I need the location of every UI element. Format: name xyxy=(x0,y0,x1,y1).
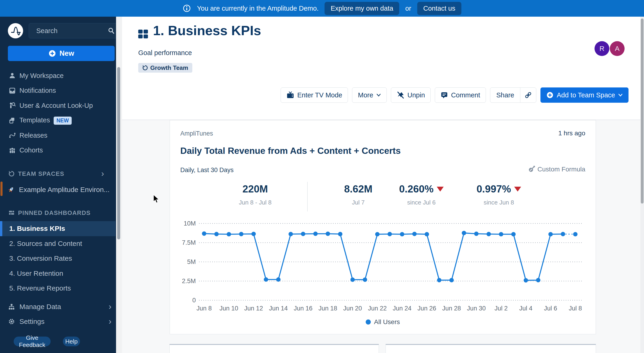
avatar-a[interactable]: A xyxy=(610,41,624,56)
svg-text:Jun 24: Jun 24 xyxy=(393,305,412,312)
dashboard-toolbar: Enter TV Mode More Unpin Comment Share A… xyxy=(280,88,628,103)
team-spaces-header[interactable]: TEAM SPACES › xyxy=(0,166,116,181)
growth-team-label: Growth Team xyxy=(150,64,188,72)
templates-icon xyxy=(8,117,16,124)
sidebar-nav: My Workspace Notifications User & Accoun… xyxy=(0,68,116,158)
chevron-down-icon xyxy=(618,94,623,97)
svg-text:Jun 20: Jun 20 xyxy=(343,305,362,312)
next-chart-card-left xyxy=(170,344,379,353)
copy-link-button[interactable] xyxy=(520,88,536,103)
custom-formula-button[interactable]: Custom Formula xyxy=(528,166,585,173)
amplitude-logo[interactable] xyxy=(8,23,23,38)
sidebar-item-my-workspace[interactable]: My Workspace xyxy=(0,68,116,83)
team-space-label: Example Amplitude Environ... xyxy=(19,186,110,194)
add-to-team-space-button[interactable]: Add to Team Space xyxy=(540,88,628,103)
enter-tv-mode-button[interactable]: Enter TV Mode xyxy=(280,88,348,103)
sidebar-item-business-kpis[interactable]: 1. Business KPIs xyxy=(0,221,116,236)
svg-text:Jun 18: Jun 18 xyxy=(318,305,337,312)
plus-circle-icon xyxy=(546,91,554,99)
svg-text:Jun 22: Jun 22 xyxy=(368,305,387,312)
comment-button[interactable]: Comment xyxy=(435,88,486,103)
main-scrollbar-thumb[interactable] xyxy=(641,19,644,204)
unpin-button[interactable]: Unpin xyxy=(391,88,431,103)
help-button[interactable]: Help xyxy=(63,336,80,346)
chevron-right-icon: › xyxy=(109,317,112,326)
demo-banner: You are currently in the Amplitude Demo.… xyxy=(0,0,644,17)
sidebar-item-label: Cohorts xyxy=(20,146,43,154)
give-feedback-button[interactable]: Give Feedback xyxy=(14,336,50,346)
sidebar-item-user-account-lookup[interactable]: User & Account Look-Up xyxy=(0,98,116,113)
legend-series-dot xyxy=(366,319,371,324)
legend-all-users[interactable]: All Users xyxy=(170,318,596,326)
team-spaces-icon xyxy=(8,171,15,177)
chevron-right-icon[interactable]: › xyxy=(101,170,104,178)
stat-change-monthly: 0.997% since Jun 8 xyxy=(476,183,521,206)
svg-text:0: 0 xyxy=(192,297,196,304)
new-badge: NEW xyxy=(54,117,72,125)
legend-series-label: All Users xyxy=(374,318,400,326)
svg-text:Jul 8: Jul 8 xyxy=(569,305,582,312)
trend-down-icon xyxy=(514,187,521,192)
comment-icon xyxy=(440,91,448,99)
page-title: 1. Business KPIs xyxy=(153,23,261,38)
share-button-group: Share xyxy=(490,88,536,103)
sidebar-item-notifications[interactable]: Notifications xyxy=(0,83,116,98)
sidebar-item-label: My Workspace xyxy=(20,72,64,80)
pinned-dashboards-header: PINNED DASHBOARDS xyxy=(0,205,116,220)
avatar-r[interactable]: R xyxy=(594,41,609,56)
chevron-down-icon xyxy=(376,94,381,97)
svg-text:Jun 8: Jun 8 xyxy=(196,305,212,312)
svg-text:Jun 10: Jun 10 xyxy=(220,305,238,312)
stats-divider xyxy=(307,182,308,211)
search-input[interactable]: Search xyxy=(29,23,120,38)
trend-down-icon xyxy=(437,187,444,192)
sidebar-scrollbar-thumb[interactable] xyxy=(117,67,120,239)
sidebar-item-conversion-rates[interactable]: 3. Conversion Rates xyxy=(0,251,116,266)
search-placeholder: Search xyxy=(36,27,108,35)
sidebar-item-releases[interactable]: Releases xyxy=(0,128,116,143)
sidebar-item-templates[interactable]: TemplatesNEW xyxy=(0,113,116,128)
plus-circle-icon xyxy=(48,50,56,57)
sidebar-item-label: Releases xyxy=(20,132,48,139)
revenue-line-chart[interactable]: 02.5M5M7.5M10MJun 8Jun 10Jun 12Jun 14Jun… xyxy=(170,212,596,321)
sidebar-item-label: Notifications xyxy=(20,87,56,94)
svg-text:Jun 28: Jun 28 xyxy=(442,305,461,312)
svg-text:Jul 4: Jul 4 xyxy=(519,305,532,312)
svg-text:Jun 30: Jun 30 xyxy=(467,305,486,312)
settings-label: Settings xyxy=(20,318,44,325)
stat-total: 220M Jun 8 - Jul 8 xyxy=(239,183,272,206)
sidebar-item-sources-and-content[interactable]: 2. Sources and Content xyxy=(0,236,116,251)
sidebar-item-settings[interactable]: Settings › xyxy=(0,314,116,329)
share-button[interactable]: Share xyxy=(490,88,520,103)
banner-message: You are currently in the Amplitude Demo. xyxy=(197,5,318,12)
dashboard-icon xyxy=(138,30,148,39)
sidebar-item-manage-data[interactable]: Manage Data › xyxy=(0,299,116,314)
sidebar-item-label: TemplatesNEW xyxy=(20,116,72,125)
card-title[interactable]: Daily Total Revenue from Ads + Content +… xyxy=(180,146,401,156)
people-icon xyxy=(8,147,16,154)
team-space-icon xyxy=(142,65,148,71)
selected-indicator xyxy=(0,221,2,236)
sitemap-icon xyxy=(8,303,15,310)
more-button[interactable]: More xyxy=(352,88,386,103)
new-button[interactable]: New xyxy=(8,46,115,61)
sidebar-item-user-retention[interactable]: 4. User Retention xyxy=(0,266,116,281)
growth-team-chip[interactable]: Growth Team xyxy=(138,63,192,73)
sidebar-item-cohorts[interactable]: Cohorts xyxy=(0,143,116,158)
dashboards-grid-icon xyxy=(8,210,15,216)
sidebar-item-revenue-reports[interactable]: 5. Revenue Reports xyxy=(0,281,116,296)
svg-text:7.5M: 7.5M xyxy=(182,239,196,246)
stat-change-daily: 0.260% since Jul 6 xyxy=(399,183,444,206)
explore-my-own-data-button[interactable]: Explore my own data xyxy=(324,2,399,15)
manage-data-label: Manage Data xyxy=(20,303,61,311)
contact-us-button[interactable]: Contact us xyxy=(417,2,462,15)
new-button-label: New xyxy=(60,49,74,58)
sidebar-item-team-space-example[interactable]: Example Amplitude Environ... xyxy=(0,182,116,197)
svg-text:Jun 26: Jun 26 xyxy=(418,305,436,312)
page-subtitle: Goal performance xyxy=(138,49,192,57)
person-search-icon xyxy=(8,102,16,109)
next-chart-card-right xyxy=(386,344,596,353)
svg-text:Jun 14: Jun 14 xyxy=(269,305,288,312)
search-icon xyxy=(108,27,115,35)
card-updated-timestamp: 1 hrs ago xyxy=(558,130,585,137)
